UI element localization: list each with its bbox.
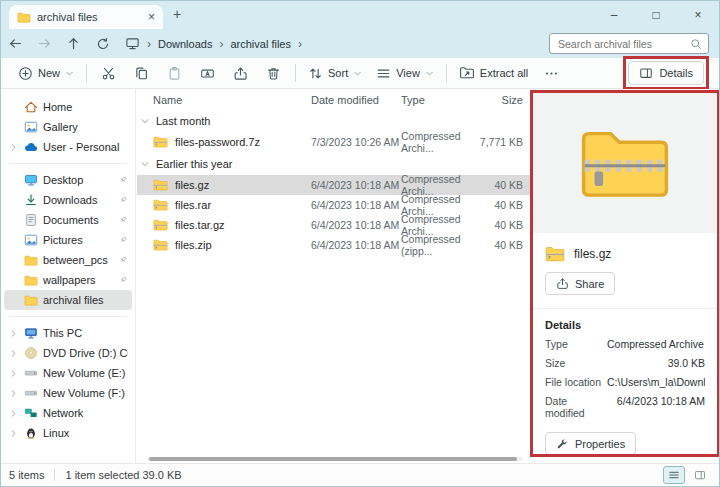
folder-icon xyxy=(24,255,38,266)
minimize-button[interactable]: – xyxy=(593,1,635,29)
ellipsis-icon xyxy=(544,66,559,81)
chevron-right-icon[interactable] xyxy=(9,429,18,438)
close-button[interactable]: × xyxy=(677,1,719,29)
detail-field-file-location: File location C:\Users\m_la\Downloads\ar… xyxy=(545,376,705,388)
details-toggle-button[interactable]: Details xyxy=(628,61,704,85)
copy-button[interactable] xyxy=(125,62,158,85)
delete-button[interactable] xyxy=(257,62,290,85)
explorer-tab[interactable]: archival files × xyxy=(9,5,163,29)
sidebar-item-new-volume-e[interactable]: New Volume (E:) xyxy=(4,363,132,383)
sidebar-item-new-volume-f[interactable]: New Volume (F:) xyxy=(4,383,132,403)
maximize-button[interactable]: □ xyxy=(635,1,677,29)
desktop-icon xyxy=(24,173,38,187)
sidebar-item-archival-files[interactable]: archival files xyxy=(4,290,132,310)
chevron-right-icon[interactable] xyxy=(9,409,18,418)
group-header-earlier-this-year[interactable]: Earlier this year xyxy=(137,152,531,175)
refresh-button[interactable] xyxy=(88,37,117,51)
column-header-name[interactable]: Name xyxy=(137,94,311,106)
detail-field-type: Type Compressed Archive Folder xyxy=(545,338,705,350)
linux-penguin-icon xyxy=(24,426,38,440)
column-header-type[interactable]: Type xyxy=(401,94,479,106)
plus-circle-icon xyxy=(18,66,33,81)
file-row[interactable]: files.zip 6/4/2023 10:18 AM Compressed (… xyxy=(137,235,531,255)
navigation-bar: › Downloads › archival files › xyxy=(1,29,719,58)
sidebar-item-between-pcs[interactable]: between_pcs xyxy=(4,250,132,270)
sidebar-item-gallery[interactable]: Gallery xyxy=(4,117,132,137)
extract-all-button[interactable]: Extract all xyxy=(452,61,535,85)
folder-icon xyxy=(17,12,31,23)
sidebar-item-home[interactable]: Home xyxy=(4,97,132,117)
cut-icon xyxy=(101,66,116,81)
view-toggles xyxy=(663,466,711,484)
rename-button[interactable] xyxy=(191,62,224,85)
chevron-down-icon xyxy=(140,159,150,169)
pin-icon xyxy=(118,235,128,245)
sidebar-item-wallpapers[interactable]: wallpapers xyxy=(4,270,132,290)
sidebar-item-desktop[interactable]: Desktop xyxy=(4,170,132,190)
sidebar-item-linux[interactable]: Linux xyxy=(4,423,132,443)
chevron-right-icon[interactable] xyxy=(9,143,18,152)
view-button[interactable]: View xyxy=(369,62,441,85)
toolbar-divider xyxy=(446,64,447,82)
sort-button[interactable]: Sort xyxy=(301,62,369,85)
sidebar-divider xyxy=(9,316,127,317)
sidebar-item-downloads[interactable]: Downloads xyxy=(4,190,132,210)
chevron-right-icon[interactable] xyxy=(9,329,18,338)
sort-icon xyxy=(308,66,323,81)
more-options-button[interactable] xyxy=(535,62,568,85)
scrollbar-thumb[interactable] xyxy=(149,457,517,461)
sidebar-item-dvd-drive[interactable]: DVD Drive (D:) CCCOMA_ xyxy=(4,343,132,363)
details-pane-icon xyxy=(639,66,653,80)
up-button[interactable] xyxy=(59,36,88,51)
zip-folder-icon xyxy=(153,219,168,231)
file-list: Name Date modified Type Size Last month … xyxy=(137,89,531,463)
title-bar: archival files × + – □ × xyxy=(1,1,719,29)
chevron-right-icon[interactable] xyxy=(9,389,18,398)
file-row-selected[interactable]: files.gz 6/4/2023 10:18 AM Compressed Ar… xyxy=(137,175,531,195)
search-input[interactable] xyxy=(556,37,686,51)
file-row[interactable]: files-password.7z 7/3/2023 10:26 AM Comp… xyxy=(137,132,531,152)
copy-icon xyxy=(134,66,149,81)
breadcrumb-item-downloads[interactable]: Downloads xyxy=(158,38,212,50)
column-header-date-modified[interactable]: Date modified xyxy=(311,94,401,106)
home-icon xyxy=(24,100,38,114)
share-button[interactable] xyxy=(224,62,257,85)
sidebar-item-network[interactable]: Network xyxy=(4,403,132,423)
breadcrumb-item-archival-files[interactable]: archival files xyxy=(230,38,291,50)
chevron-right-icon[interactable] xyxy=(9,369,18,378)
back-button[interactable] xyxy=(1,36,30,51)
column-headers: Name Date modified Type Size xyxy=(137,91,531,109)
share-file-button[interactable]: Share xyxy=(545,272,615,295)
group-header-last-month[interactable]: Last month xyxy=(137,109,531,132)
sidebar-item-onedrive[interactable]: User - Personal xyxy=(4,137,132,157)
sidebar-item-documents[interactable]: Documents xyxy=(4,210,132,230)
column-header-size[interactable]: Size xyxy=(479,94,531,106)
zip-folder-icon xyxy=(153,199,168,211)
large-icons-view-toggle[interactable] xyxy=(689,466,711,484)
horizontal-scrollbar[interactable] xyxy=(147,457,523,461)
tab-close-icon[interactable]: × xyxy=(148,11,155,23)
new-button[interactable]: New xyxy=(11,62,81,85)
search-box[interactable] xyxy=(549,33,709,54)
file-explorer-window: archival files × + – □ × › Downloads › a… xyxy=(0,0,720,487)
tab-title: archival files xyxy=(37,11,142,23)
gallery-icon xyxy=(24,120,38,134)
sidebar-divider xyxy=(9,163,127,164)
sidebar-item-this-pc[interactable]: This PC xyxy=(4,323,132,343)
file-row[interactable]: files.rar 6/4/2023 10:18 AM Compressed A… xyxy=(137,195,531,215)
file-row[interactable]: files.tar.gz 6/4/2023 10:18 AM Compresse… xyxy=(137,215,531,235)
paste-button[interactable] xyxy=(158,62,191,85)
forward-button[interactable] xyxy=(30,36,59,51)
view-button-label: View xyxy=(396,67,420,79)
paste-icon xyxy=(167,66,182,81)
details-view-toggle[interactable] xyxy=(663,466,685,484)
this-pc-icon[interactable] xyxy=(125,36,140,51)
new-tab-button[interactable]: + xyxy=(173,6,181,22)
chevron-down-icon xyxy=(425,69,434,78)
cut-button[interactable] xyxy=(92,62,125,85)
properties-button[interactable]: Properties xyxy=(545,432,636,455)
details-highlight-box: Details xyxy=(623,56,709,90)
chevron-right-icon[interactable] xyxy=(9,349,18,358)
window-controls: – □ × xyxy=(593,1,719,29)
sidebar-item-pictures[interactable]: Pictures xyxy=(4,230,132,250)
